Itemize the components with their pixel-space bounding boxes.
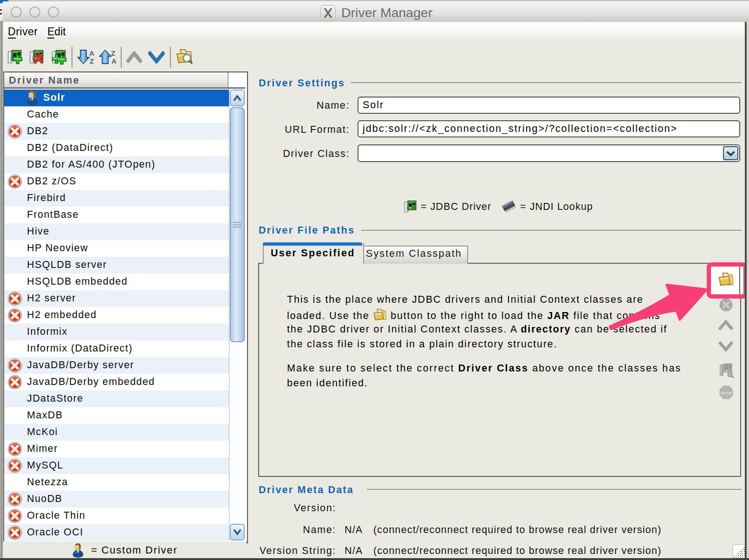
svg-text:Z: Z bbox=[90, 57, 94, 65]
svg-text:STOP: STOP bbox=[721, 391, 732, 396]
svg-text:A: A bbox=[111, 57, 117, 65]
svg-text:Z: Z bbox=[111, 49, 115, 57]
svg-text:A: A bbox=[89, 49, 94, 57]
